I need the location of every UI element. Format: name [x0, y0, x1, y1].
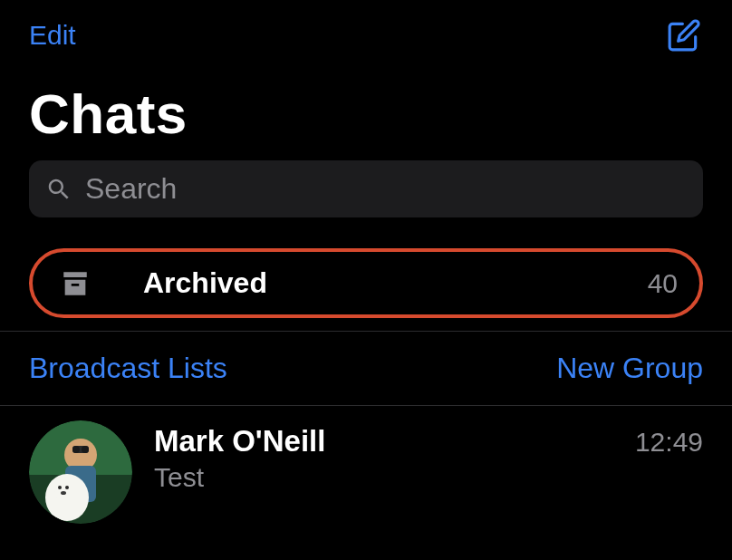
archived-label: Archived — [143, 266, 595, 300]
svg-point-11 — [65, 486, 69, 489]
search-icon — [45, 176, 72, 203]
chat-message: Test — [154, 462, 703, 493]
chat-header: Mark O'Neill 12:49 — [154, 424, 703, 459]
chat-row[interactable]: Mark O'Neill 12:49 Test — [0, 406, 732, 524]
compose-icon — [667, 18, 701, 53]
archived-count: 40 — [648, 268, 678, 299]
svg-point-6 — [82, 446, 89, 453]
broadcast-lists-button[interactable]: Broadcast Lists — [29, 352, 227, 385]
search-bar[interactable] — [29, 160, 703, 217]
chat-content: Mark O'Neill 12:49 Test — [154, 420, 703, 524]
svg-point-12 — [61, 491, 66, 495]
chat-time: 12:49 — [635, 427, 703, 458]
top-bar: Edit — [0, 0, 732, 54]
avatar — [29, 420, 132, 524]
new-group-button[interactable]: New Group — [556, 352, 703, 385]
archived-wrapper: Archived 40 — [0, 234, 732, 331]
actions-row: Broadcast Lists New Group — [0, 331, 732, 406]
archive-icon — [60, 268, 91, 299]
page-title: Chats — [0, 54, 732, 160]
chat-name: Mark O'Neill — [154, 424, 325, 459]
svg-point-10 — [58, 486, 62, 489]
search-input[interactable] — [85, 172, 687, 206]
archived-row[interactable]: Archived 40 — [29, 248, 703, 318]
compose-button[interactable] — [665, 16, 703, 54]
svg-point-5 — [72, 446, 80, 453]
edit-button[interactable]: Edit — [29, 20, 76, 51]
search-wrapper — [0, 160, 732, 234]
